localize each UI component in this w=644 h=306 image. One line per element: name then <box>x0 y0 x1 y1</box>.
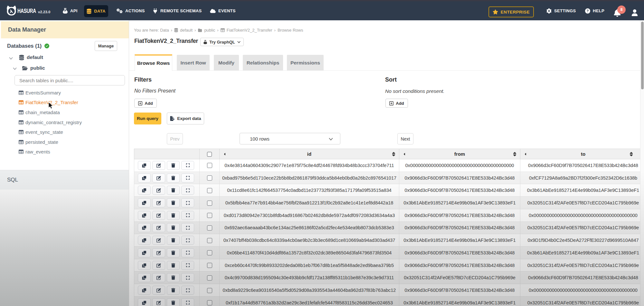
svg-text:HASURA: HASURA <box>17 8 36 14</box>
